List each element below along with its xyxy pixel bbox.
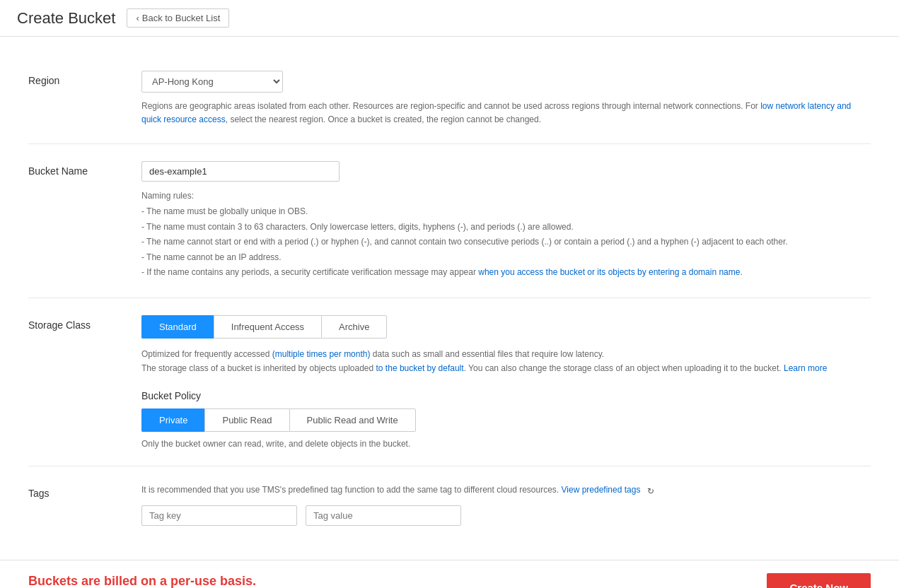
tags-section: Tags It is recommended that you use TMS'… (28, 466, 871, 543)
footer-billing-text: Buckets are billed on a per-use basis. (28, 574, 443, 588)
highlight-text2: to the bucket by default (376, 363, 464, 373)
back-to-bucket-list-button[interactable]: ‹ Back to Bucket List (127, 8, 229, 28)
storage-class-section: Storage Class Standard Infrequent Access… (28, 298, 871, 466)
highlight-text: (multiple times per month) (272, 349, 371, 359)
bucket-policy-inner: Bucket Policy Private Public Read Public… (141, 390, 871, 449)
tags-inputs (141, 505, 871, 526)
low-latency-link[interactable]: low network latency and quick resource a… (141, 101, 851, 124)
region-dropdown[interactable]: AP-Hong Kong CN-North-1 CN-East-2 CN-Sou… (141, 71, 283, 93)
storage-desc-line2: The storage class of a bucket is inherit… (141, 361, 871, 375)
view-predefined-tags-link[interactable]: View predefined tags (562, 485, 641, 495)
bucket-name-content: Naming rules: - The name must be globall… (141, 161, 871, 281)
main-content: Region AP-Hong Kong CN-North-1 CN-East-2… (0, 37, 899, 560)
tag-key-input[interactable] (141, 505, 297, 526)
storage-class-description: Optimized for frequently accessed (multi… (141, 347, 871, 376)
tags-desc-text: It is recommended that you use TMS's pre… (141, 485, 559, 495)
footer-bar: Buckets are billed on a per-use basis. B… (0, 560, 899, 588)
region-help-text: Regions are geographic areas isolated fr… (141, 100, 871, 127)
refresh-icon[interactable]: ↻ (647, 485, 659, 496)
storage-class-standard-tab[interactable]: Standard (141, 315, 214, 339)
storage-class-content: Standard Infrequent Access Archive Optim… (141, 315, 871, 449)
back-button-label: Back to Bucket List (142, 13, 221, 23)
header: Create Bucket ‹ Back to Bucket List (0, 0, 899, 37)
bucket-policy-private-tab[interactable]: Private (141, 408, 204, 432)
learn-more-link[interactable]: Learn more (784, 363, 827, 373)
bucket-name-label: Bucket Name (28, 161, 141, 281)
domain-name-link[interactable]: when you access the bucket or its object… (478, 267, 740, 277)
bucket-policy-public-read-write-tab[interactable]: Public Read and Write (289, 408, 416, 432)
storage-desc-line1: Optimized for frequently accessed (multi… (141, 347, 871, 361)
naming-rule-5: - If the name contains any periods, a se… (141, 265, 871, 281)
page-title: Create Bucket (17, 9, 115, 28)
region-description: Regions are geographic areas isolated fr… (141, 101, 851, 124)
footer-left: Buckets are billed on a per-use basis. B… (28, 574, 443, 588)
bucket-policy-description: Only the bucket owner can read, write, a… (141, 439, 871, 449)
storage-class-archive-tab[interactable]: Archive (321, 315, 387, 339)
tags-description: It is recommended that you use TMS's pre… (141, 483, 871, 497)
create-now-button[interactable]: Create Now (767, 573, 871, 588)
chevron-left-icon: ‹ (136, 13, 139, 23)
storage-class-tabs: Standard Infrequent Access Archive (141, 315, 871, 339)
tag-value-input[interactable] (306, 505, 461, 526)
storage-class-label: Storage Class (28, 315, 141, 449)
bucket-policy-tabs: Private Public Read Public Read and Writ… (141, 408, 871, 432)
region-select-wrapper: AP-Hong Kong CN-North-1 CN-East-2 CN-Sou… (141, 71, 871, 93)
naming-rule-3: - The name cannot start or end with a pe… (141, 235, 871, 250)
bucket-policy-public-read-tab[interactable]: Public Read (204, 408, 289, 432)
naming-rules-header: Naming rules: (141, 189, 871, 204)
bucket-policy-label: Bucket Policy (141, 390, 871, 401)
naming-rule-1: - The name must be globally unique in OB… (141, 204, 871, 220)
region-label: Region (28, 71, 141, 127)
bucket-name-section: Bucket Name Naming rules: - The name mus… (28, 144, 871, 298)
naming-rules: Naming rules: - The name must be globall… (141, 189, 871, 281)
tags-label: Tags (28, 483, 141, 526)
naming-rule-2: - The name must contain 3 to 63 characte… (141, 220, 871, 235)
region-section: Region AP-Hong Kong CN-North-1 CN-East-2… (28, 54, 871, 144)
page-wrapper: Create Bucket ‹ Back to Bucket List Regi… (0, 0, 899, 588)
region-content: AP-Hong Kong CN-North-1 CN-East-2 CN-Sou… (141, 71, 871, 127)
bucket-name-input[interactable] (141, 161, 340, 182)
tags-content: It is recommended that you use TMS's pre… (141, 483, 871, 526)
naming-rule-4: - The name cannot be an IP address. (141, 250, 871, 266)
storage-class-infrequent-tab[interactable]: Infrequent Access (214, 315, 321, 339)
